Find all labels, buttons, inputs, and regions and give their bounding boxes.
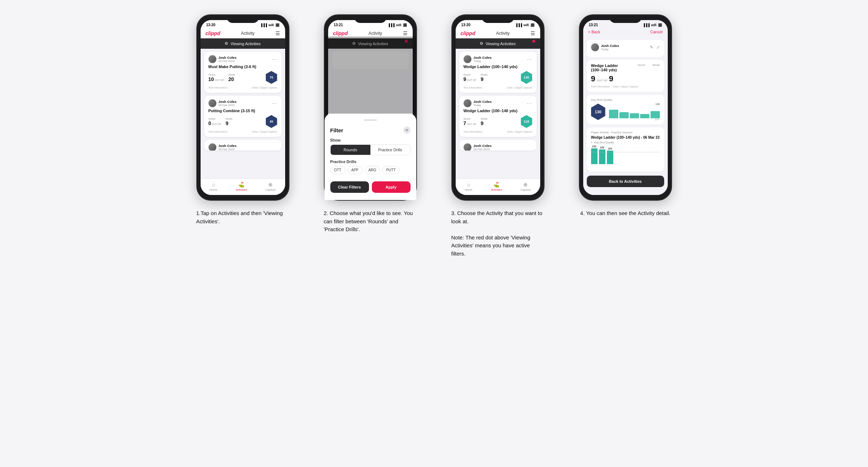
- tab-activities-3[interactable]: ⛳ Activities: [491, 182, 502, 191]
- filter-show-section: Show Rounds Practice Drills: [330, 138, 411, 155]
- viewing-bar-1[interactable]: ⚙ Viewing Activities: [201, 38, 285, 49]
- card-title-1-2: Putting Combine (3-15 ft): [208, 109, 277, 113]
- apply-btn[interactable]: Apply: [372, 181, 411, 193]
- edit-icon-4[interactable]: ✎: [650, 45, 653, 50]
- logo-3[interactable]: clippd: [461, 30, 475, 36]
- metric-title-4: Wedge Ladder (100–140 yds): [591, 63, 627, 72]
- menu-icon-3[interactable]: ☰: [531, 30, 535, 36]
- wifi-icon-4: wifi: [651, 23, 657, 27]
- score-label-3-2: Score: [464, 117, 476, 120]
- card-dots-1-2[interactable]: ···: [272, 100, 277, 106]
- menu-icon-2[interactable]: ☰: [403, 30, 408, 36]
- filter-show-label: Show: [330, 138, 411, 142]
- tab-capture-1[interactable]: ⊕ Capture: [265, 182, 275, 191]
- activity-card-1-2[interactable]: Josh Coles 28 Feb 2023 ··· Putting Combi…: [204, 96, 282, 137]
- card-dots-3-2[interactable]: ···: [527, 100, 532, 106]
- home-icon-3: ⌂: [467, 182, 470, 187]
- phone-3-screen: 13:20 ▐▐▐ wifi ⬛ clippd Activity ☰ ⚙ V: [456, 20, 540, 195]
- tab-capture-3[interactable]: ⊕ Capture: [521, 182, 531, 191]
- wifi-icon-3: wifi: [524, 23, 529, 27]
- status-time-2: 13:21: [334, 23, 343, 27]
- chip-ott[interactable]: OTT: [330, 166, 345, 174]
- back-btn-4[interactable]: < Back: [588, 30, 600, 34]
- viewing-bar-3[interactable]: ⚙ Viewing Activities: [456, 38, 540, 49]
- score-val-3-1: 9: [464, 76, 466, 82]
- shots-val-3-2: 9: [481, 120, 488, 126]
- filter-close-2[interactable]: ✕: [403, 127, 411, 134]
- nav-title-1: Activity: [241, 31, 255, 36]
- tab-home-1[interactable]: ⌂ Home: [210, 182, 217, 191]
- bar-chart-row-4: 132 129 124: [591, 146, 660, 164]
- activity-card-3-2[interactable]: Josh Coles Today ··· Wedge Ladder (100–1…: [459, 96, 537, 137]
- activity-card-3-1[interactable]: Josh Coles Today ··· Wedge Ladder (100–1…: [459, 52, 537, 93]
- filter-toggle-drills[interactable]: Practice Drills: [370, 145, 410, 155]
- footer-left-3-1: Test Information: [464, 86, 483, 89]
- out-of-label-4: OUT OF: [597, 79, 608, 82]
- red-dot-3: [532, 40, 535, 43]
- chip-app[interactable]: APP: [347, 166, 363, 174]
- footer-left-1-2: Test Information: [208, 130, 227, 133]
- shots-col-label-4: Shots: [652, 63, 660, 67]
- wifi-icon-2: wifi: [396, 23, 402, 27]
- step-1-col: 13:20 ▐▐▐ wifi ⬛ clippd Activity ☰ ⚙ V: [186, 14, 300, 258]
- activity-section-card-4: Player Activity · Practice Session Wedge…: [587, 127, 664, 171]
- phone-1-notch: [227, 15, 259, 23]
- footer-left-1-1: Test Information: [208, 86, 227, 89]
- filter-title-2: Filter: [330, 127, 344, 133]
- score-val-1-2: 0: [208, 120, 211, 126]
- viewing-bar-text-1: Viewing Activities: [230, 42, 260, 46]
- detail-header-card-4: Josh Coles Today ✎ ⤢: [587, 40, 664, 57]
- avg-shot-card-4: Avg Shot Quality 130 130: [587, 95, 664, 124]
- cancel-btn-4[interactable]: Cancel: [650, 30, 662, 34]
- filter-chips-row: OTT APP ARG PUTT: [330, 166, 411, 174]
- card-title-3-1: Wedge Ladder (100–140 yds): [464, 65, 532, 69]
- back-to-activities-btn-4[interactable]: Back to Activities: [587, 176, 664, 187]
- avatar-3-2: [464, 99, 471, 107]
- user-name-3-3: Josh Coles: [474, 144, 492, 148]
- status-time-3: 13:20: [461, 23, 471, 27]
- logo-1[interactable]: clippd: [206, 30, 220, 36]
- shots-val-1-2: 9: [226, 120, 232, 126]
- clear-filters-btn[interactable]: Clear Filters: [330, 181, 369, 193]
- card-dots-3-1[interactable]: ···: [527, 56, 532, 62]
- phone-3-notch: [482, 15, 514, 23]
- tab-home-3[interactable]: ⌂ Home: [465, 182, 472, 191]
- filter-drills-section: Practice Drills OTT APP ARG PUTT: [330, 159, 411, 174]
- caption-4: 4. You can then see the Activity detail.: [580, 209, 671, 218]
- phone-4: 13:21 ▐▐▐ wifi ⬛ < Back Cancel: [579, 14, 672, 201]
- filter-header-2: Filter ✕: [330, 127, 411, 134]
- footer-left-3-2: Test Information: [464, 130, 483, 133]
- user-date-1-1: 28 Feb 2023: [219, 59, 237, 63]
- filter-toggle-rounds[interactable]: Rounds: [331, 145, 370, 155]
- activity-card-1-3[interactable]: Josh Coles 28 Feb 2023: [204, 140, 282, 151]
- tab-activities-1[interactable]: ⛳ Activities: [236, 182, 247, 191]
- bar-val-2: 129: [600, 146, 604, 149]
- nav-title-2: Activity: [369, 31, 382, 36]
- status-icons-3: ▐▐▐ wifi ⬛: [515, 23, 534, 27]
- menu-icon-1[interactable]: ☰: [275, 30, 280, 36]
- card-dots-1-1[interactable]: ···: [272, 56, 277, 62]
- avatar-4: [591, 43, 599, 51]
- avatar-3-1: [464, 55, 471, 63]
- expand-icon-4[interactable]: ⤢: [656, 45, 660, 50]
- status-icons-2: ▐▐▐ wifi ⬛: [388, 23, 407, 27]
- phone-2-notch: [354, 15, 387, 23]
- status-time-4: 13:21: [589, 23, 598, 27]
- step-4-col: 13:21 ▐▐▐ wifi ⬛ < Back Cancel: [568, 14, 683, 258]
- activity-card-1-1[interactable]: Josh Coles 28 Feb 2023 ··· Must Make Put…: [204, 52, 282, 93]
- chip-putt[interactable]: PUTT: [382, 166, 399, 174]
- score-label-1-1: Score: [208, 73, 224, 76]
- activity-card-3-3[interactable]: Josh Coles 28 Feb 2023: [459, 140, 537, 151]
- caption-3: 3. Choose the Activity that you want to …: [451, 209, 545, 258]
- filter-backdrop-2[interactable]: [328, 37, 413, 114]
- user-date-4: Today: [601, 48, 619, 51]
- footer-right-1-1: Data: Clippd Capture: [252, 86, 277, 89]
- chip-arg[interactable]: ARG: [365, 166, 380, 174]
- phone-2-screen: 13:21 ▐▐▐ wifi ⬛ clippd Activity ☰ ⚙ V: [328, 20, 413, 195]
- score-label-1-2: Score: [208, 117, 221, 120]
- metric-shots-4: 9: [609, 74, 613, 84]
- logo-2[interactable]: clippd: [333, 30, 348, 36]
- mini-bar-5: [651, 111, 660, 118]
- user-date-3-2: Today: [474, 104, 492, 107]
- filter-icon-3: ⚙: [480, 41, 483, 46]
